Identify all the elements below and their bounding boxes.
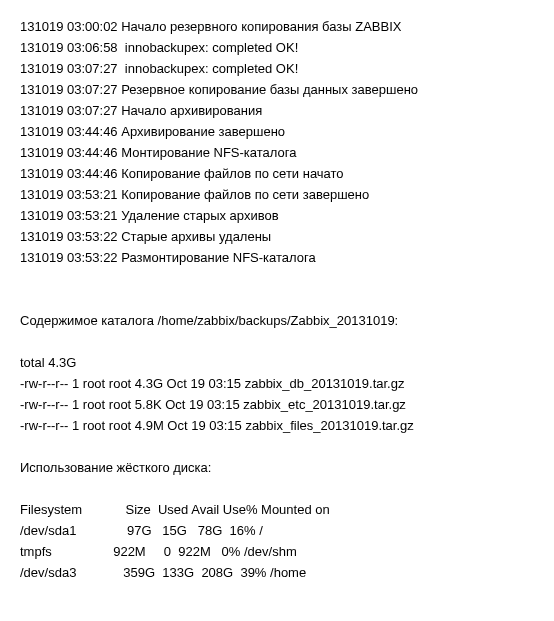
log-line: 131019 03:53:22 Размонтирование NFS-ката…	[20, 247, 534, 268]
directory-listing: Содержимое каталога /home/zabbix/backups…	[20, 310, 534, 436]
log-line: 131019 03:07:27 Начало архивирования	[20, 100, 534, 121]
ls-file: -rw-r--r-- 1 root root 4.9M Oct 19 03:15…	[20, 415, 534, 436]
ls-file: -rw-r--r-- 1 root root 4.3G Oct 19 03:15…	[20, 373, 534, 394]
df-header: Filesystem Size Used Avail Use% Mounted …	[20, 499, 534, 520]
disk-usage: Использование жёсткого диска: Filesystem…	[20, 457, 534, 583]
disk-heading: Использование жёсткого диска:	[20, 457, 534, 478]
ls-file: -rw-r--r-- 1 root root 5.8K Oct 19 03:15…	[20, 394, 534, 415]
ls-total: total 4.3G	[20, 352, 534, 373]
log-line: 131019 03:06:58 innobackupex: completed …	[20, 37, 534, 58]
log-line: 131019 03:07:27 Резервное копирование ба…	[20, 79, 534, 100]
log-line: 131019 03:53:22 Старые архивы удалены	[20, 226, 534, 247]
df-row: /dev/sda3 359G 133G 208G 39% /home	[20, 562, 534, 583]
dir-heading: Содержимое каталога /home/zabbix/backups…	[20, 310, 534, 331]
log-line: 131019 03:53:21 Удаление старых архивов	[20, 205, 534, 226]
log-line: 131019 03:44:46 Монтирование NFS-каталог…	[20, 142, 534, 163]
df-row: /dev/sda1 97G 15G 78G 16% /	[20, 520, 534, 541]
df-row: tmpfs 922M 0 922M 0% /dev/shm	[20, 541, 534, 562]
log-line: 131019 03:07:27 innobackupex: completed …	[20, 58, 534, 79]
log-line: 131019 03:44:46 Копирование файлов по се…	[20, 163, 534, 184]
backup-log: 131019 03:00:02 Начало резервного копиро…	[20, 16, 534, 268]
log-line: 131019 03:53:21 Копирование файлов по се…	[20, 184, 534, 205]
log-line: 131019 03:44:46 Архивирование завершено	[20, 121, 534, 142]
log-line: 131019 03:00:02 Начало резервного копиро…	[20, 16, 534, 37]
